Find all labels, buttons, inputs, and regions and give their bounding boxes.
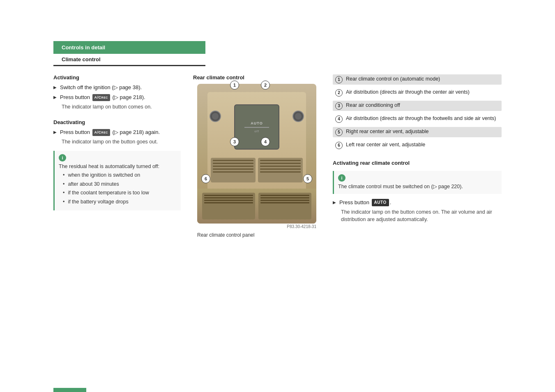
activating-rear-indent: The indicator lamp on the button comes o… [333, 209, 502, 223]
num-label-4: 4 [261, 137, 270, 146]
arrow-icon-1: ▶ [53, 85, 57, 90]
activating-rear-bullet-text: Press button AUTO. [339, 199, 502, 207]
num-circle-4: 4 [335, 115, 343, 123]
main-content: Activating ▶ Switch off the ignition (▷ … [0, 74, 555, 238]
right-vent [258, 158, 303, 182]
arrow-icon-4: ▶ [333, 200, 336, 205]
arrow-icon-2: ▶ [53, 95, 57, 100]
panel-image: 1 2 AUTO off [197, 84, 316, 224]
activating-bullet-1-text: Switch off the ignition (▷ page 38). [60, 84, 181, 91]
num-label-2: 2 [261, 81, 270, 90]
list-item-6: 6 Left rear center air vent, adjustable [333, 140, 502, 152]
deactivating-title: Deactivating [53, 119, 181, 125]
activating-rear-bullet: ▶ Press button AUTO. [333, 199, 502, 207]
activating-title: Activating [53, 74, 181, 81]
auto-button-badge: AUTO [372, 199, 389, 206]
list-item-6-text: Left rear center air vent, adjustable [346, 141, 425, 149]
info-box-left: i The residual heat is automatically tur… [53, 151, 181, 211]
num-circle-6: 6 [335, 142, 343, 149]
list-item-4-text: Air distribution (directs air through th… [346, 115, 496, 122]
control-off-label: off [254, 129, 259, 133]
numbered-list: 1 Rear climate control on (automatic mod… [333, 74, 502, 152]
num-label-1: 1 [230, 81, 239, 90]
subsection-label: Climate control [62, 56, 101, 62]
left-column: Activating ▶ Switch off the ignition (▷ … [53, 74, 181, 238]
page: Controls in detail Climate control Activ… [0, 41, 555, 392]
bottom-vent-area [197, 189, 316, 224]
ac-button-badge: A/CREC [92, 94, 110, 101]
num-label-3: 3 [230, 137, 239, 146]
left-knob [210, 111, 221, 122]
panel-caption: Rear climate control panel [197, 232, 316, 238]
control-auto-label: AUTO [251, 121, 263, 125]
num-label-5: 5 [303, 174, 312, 183]
num-label-6: 6 [201, 174, 210, 183]
panel-inner: AUTO off [207, 92, 306, 199]
deactivating-bullet-1: ▶ Press button A/CREC (▷ page 218) again… [53, 129, 181, 136]
center-column: Rear climate control 1 2 AUTO off [193, 74, 320, 238]
ac-button-badge-2: A/CREC [92, 129, 110, 136]
arrow-icon-3: ▶ [53, 129, 57, 135]
info-icon-right: i [338, 174, 345, 182]
bottom-left-vent [202, 193, 255, 219]
image-reference: P83.30-4218-31 [197, 224, 316, 229]
deactivating-indent-1: The indicator lamp on the button goes ou… [53, 138, 181, 146]
center-title: Rear climate control [193, 74, 320, 81]
info-box-right: i The climate control must be switched o… [333, 171, 502, 194]
list-item-1: 1 Rear climate control on (automatic mod… [333, 74, 502, 86]
num-circle-2: 2 [335, 89, 343, 97]
section-header: Controls in detail [53, 41, 205, 54]
activating-bullet-2: ▶ Press button A/CREC (▷ page 218). [53, 94, 181, 101]
right-knob [292, 111, 304, 122]
info-box-intro: The residual heat is automatically turne… [59, 163, 177, 206]
info-box-list: when the ignition is switched on after a… [59, 172, 177, 205]
list-item-4: 4 Air distribution (directs air through … [333, 114, 502, 125]
info-list-item: when the ignition is switched on [63, 172, 177, 179]
info-list-item: if the battery voltage drops [63, 198, 177, 206]
activating-bullet-2-text: Press button A/CREC (▷ page 218). [60, 94, 181, 101]
list-item-1-text: Rear climate control on (automatic mode) [346, 76, 440, 83]
deactivating-bullet-1-text: Press button A/CREC (▷ page 218) again. [60, 129, 181, 136]
vent-area [207, 158, 306, 182]
info-list-item: after about 30 minutes [63, 181, 177, 188]
list-item-3: 3 Rear air conditioning off [333, 101, 502, 112]
panel-image-area: 1 2 AUTO off [197, 84, 316, 238]
list-item-5: 5 Right rear center air vent, adjustable [333, 127, 502, 138]
num-circle-5: 5 [335, 129, 343, 136]
left-vent [211, 158, 256, 182]
control-unit: AUTO off [234, 104, 279, 150]
activating-rear-title: Activating rear climate control [333, 160, 502, 166]
activating-bullet-1: ▶ Switch off the ignition (▷ page 38). [53, 84, 181, 91]
info-list-item: if the coolant temperature is too low [63, 189, 177, 197]
list-item-5-text: Right rear center air vent, adjustable [346, 128, 429, 136]
list-item-3-text: Rear air conditioning off [346, 102, 400, 109]
info-box-right-text: The climate control must be switched on … [338, 183, 497, 191]
num-circle-1: 1 [335, 76, 343, 83]
list-item-2-text: Air distribution (directs air through th… [346, 89, 470, 96]
bottom-right-vent [258, 193, 311, 219]
activating-indent-1: The indicator lamp on button comes on. [53, 104, 181, 111]
info-icon-left: i [59, 154, 66, 161]
num-circle-3: 3 [335, 102, 343, 110]
list-item-2: 2 Air distribution (directs air through … [333, 88, 502, 99]
page-number-box: 228 [53, 388, 86, 392]
section-label: Controls in detail [62, 44, 105, 51]
right-column: 1 Rear climate control on (automatic mod… [333, 74, 502, 238]
subsection-header: Climate control [53, 54, 205, 66]
